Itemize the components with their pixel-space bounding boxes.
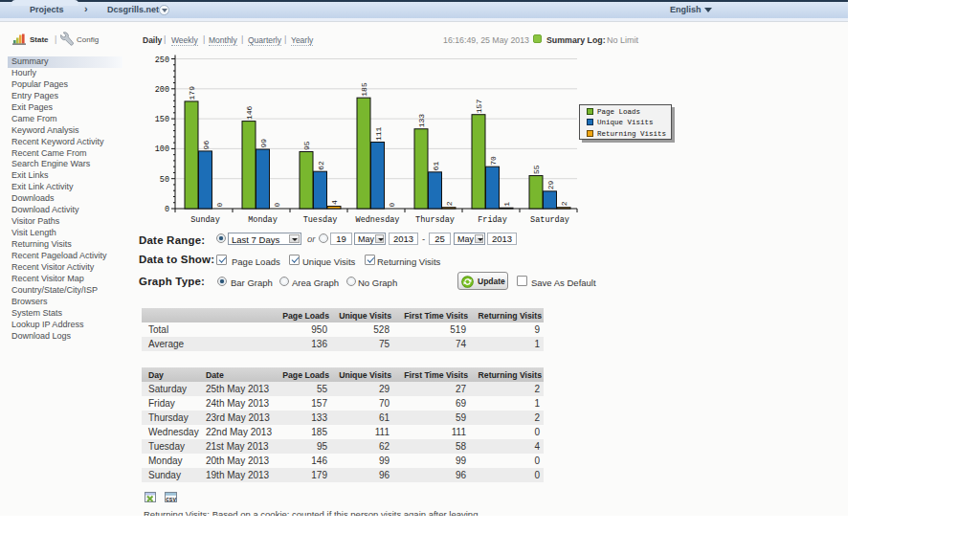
svg-text:61: 61 [432, 162, 440, 171]
svg-text:55: 55 [532, 165, 541, 174]
svg-text:Monday: Monday [248, 215, 278, 225]
svg-text:185: 185 [360, 82, 368, 97]
svg-text:200: 200 [155, 85, 169, 95]
svg-text:250: 250 [155, 56, 169, 65]
svg-text:4: 4 [330, 200, 339, 205]
svg-text:2: 2 [445, 201, 454, 206]
svg-text:157: 157 [475, 100, 483, 114]
svg-text:0: 0 [388, 203, 396, 208]
svg-text:2: 2 [560, 201, 568, 206]
svg-text:29: 29 [546, 181, 555, 190]
svg-text:0: 0 [215, 203, 224, 208]
svg-text:62: 62 [317, 161, 325, 170]
svg-text:150: 150 [155, 115, 169, 124]
svg-text:179: 179 [188, 86, 196, 100]
svg-text:1: 1 [502, 202, 511, 207]
svg-text:95: 95 [302, 141, 311, 150]
svg-text:Thursday: Thursday [415, 215, 455, 225]
svg-text:70: 70 [489, 156, 498, 166]
svg-text:146: 146 [245, 106, 254, 121]
svg-text:50: 50 [160, 175, 169, 185]
svg-text:0: 0 [273, 203, 281, 208]
svg-text:Saturday: Saturday [530, 215, 569, 225]
svg-text:100: 100 [155, 144, 169, 154]
svg-text:96: 96 [202, 141, 211, 150]
svg-text:133: 133 [417, 114, 426, 128]
svg-text:Sunday: Sunday [190, 215, 220, 225]
svg-text:csv: csv [166, 496, 176, 502]
svg-text:Friday: Friday [478, 215, 507, 225]
svg-text:111: 111 [374, 126, 383, 141]
svg-text:Wednesday: Wednesday [356, 215, 400, 225]
svg-text:0: 0 [165, 205, 169, 214]
svg-text:Tuesday: Tuesday [303, 215, 338, 225]
svg-text:99: 99 [259, 139, 268, 148]
